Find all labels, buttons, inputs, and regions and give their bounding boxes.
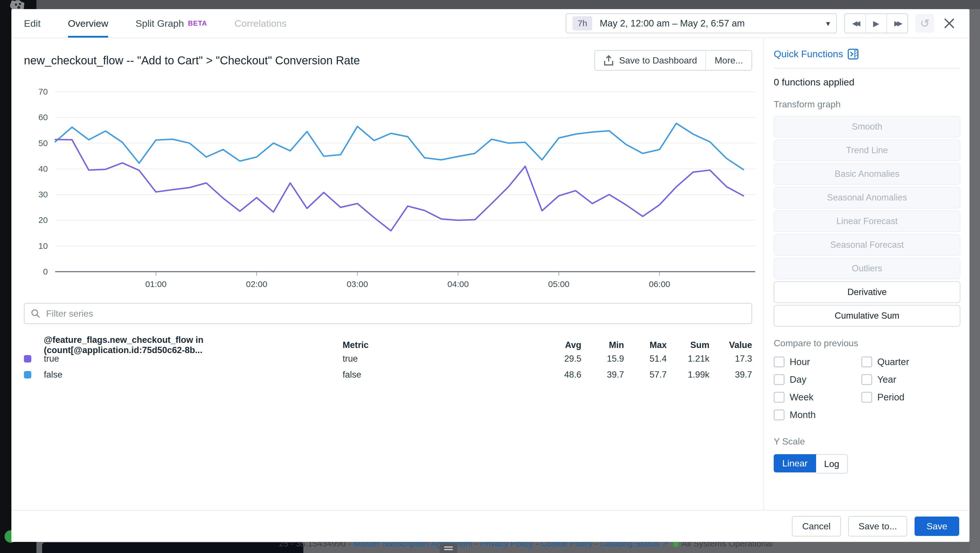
col-header-avg: Avg <box>539 340 581 350</box>
series-metric: true <box>343 354 539 364</box>
graph-title: new_checkout_flow -- "Add to Cart" > "Ch… <box>24 54 360 67</box>
svg-text:04:00: 04:00 <box>447 279 469 289</box>
checkbox-hour[interactable]: Hour <box>774 357 861 367</box>
backdrop-top-strip <box>37 0 980 9</box>
divider <box>774 68 960 69</box>
y-scale-linear[interactable]: Linear <box>774 454 816 472</box>
stat-max: 51.4 <box>624 354 667 364</box>
checkbox-icon <box>861 374 872 385</box>
stat-value: 17.3 <box>710 354 752 364</box>
stat-min: 39.7 <box>581 370 624 380</box>
refresh-button[interactable]: ↺ <box>915 14 934 33</box>
all-systems-dot <box>673 541 679 547</box>
col-header-metric: Metric <box>343 340 539 350</box>
checkbox-icon <box>861 392 872 403</box>
time-range-text: May 2, 12:00 am – May 2, 6:57 am <box>600 18 819 29</box>
basic-anomalies-button: Basic Anomalies <box>774 163 960 185</box>
more-button[interactable]: More... <box>705 51 751 70</box>
time-range-chip: 7h <box>573 16 592 30</box>
tab-bar: Edit Overview Split GraphBETA Correlatio… <box>24 9 286 38</box>
svg-text:40: 40 <box>38 164 48 174</box>
save-button[interactable]: Save <box>915 516 959 536</box>
open-panel-icon <box>848 49 859 59</box>
shift-forward-button[interactable]: ▶▶ <box>887 14 907 33</box>
compare-to-previous-label: Compare to previous <box>774 338 960 349</box>
filter-series-box[interactable] <box>24 303 752 324</box>
checkbox-quarter[interactable]: Quarter <box>861 357 960 367</box>
checkbox-period[interactable]: Period <box>861 392 960 403</box>
modal-footer: Cancel Save to... Save <box>11 510 969 542</box>
checkbox-icon <box>774 410 784 420</box>
seasonal-anomalies-button: Seasonal Anomalies <box>774 187 960 209</box>
y-scale-log[interactable]: Log <box>816 454 848 473</box>
series-table: @feature_flags.new_checkout_flow in (cou… <box>24 335 752 383</box>
shift-back-button[interactable]: ◀◀ <box>845 14 866 33</box>
play-button[interactable]: ▶ <box>866 14 887 33</box>
tab-overview[interactable]: Overview <box>68 9 108 38</box>
series-name: false <box>44 370 343 380</box>
col-header-min: Min <box>581 340 624 350</box>
svg-text:03:00: 03:00 <box>347 279 368 289</box>
checkbox-week[interactable]: Week <box>774 392 861 403</box>
tab-split-graph[interactable]: Split GraphBETA <box>135 9 207 38</box>
series-color-swatch-true <box>24 355 31 362</box>
cancel-button[interactable]: Cancel <box>792 516 841 537</box>
cumulative-sum-button[interactable]: Cumulative Sum <box>774 305 960 327</box>
save-to-button[interactable]: Save to... <box>848 516 907 537</box>
close-button[interactable] <box>942 16 957 31</box>
tab-correlations[interactable]: Correlations <box>234 9 286 38</box>
trend-line-button: Trend Line <box>774 140 960 161</box>
stat-avg: 48.6 <box>539 370 581 380</box>
outliers-button: Outliers <box>774 258 960 279</box>
upload-icon <box>603 55 614 66</box>
filter-series-input[interactable] <box>46 308 745 319</box>
stat-min: 15.9 <box>581 354 624 364</box>
tab-edit[interactable]: Edit <box>24 9 41 38</box>
checkbox-year[interactable]: Year <box>861 374 960 385</box>
svg-text:60: 60 <box>38 113 48 122</box>
smooth-button: Smooth <box>774 116 960 137</box>
checkbox-icon <box>774 374 784 385</box>
checkbox-icon <box>774 357 784 367</box>
stat-avg: 29.5 <box>539 354 581 364</box>
stat-max: 57.7 <box>624 370 667 380</box>
series-color-swatch-false <box>24 371 31 378</box>
beta-badge: BETA <box>188 19 207 27</box>
col-header-sum: Sum <box>667 340 710 350</box>
close-icon <box>943 17 956 30</box>
timeseries-chart[interactable]: 01020304050607001:0002:0003:0004:0005:00… <box>24 84 752 295</box>
svg-text:30: 30 <box>38 190 48 199</box>
stat-sum: 1.99k <box>667 370 710 380</box>
cookie-preferences-tab[interactable] <box>440 543 457 553</box>
svg-text:20: 20 <box>38 215 48 225</box>
col-header-query: @feature_flags.new_checkout_flow in (cou… <box>44 335 343 355</box>
derivative-button[interactable]: Derivative <box>774 281 960 303</box>
svg-text:02:00: 02:00 <box>246 279 267 289</box>
svg-text:01:00: 01:00 <box>145 279 167 289</box>
table-row[interactable]: false false 48.6 39.7 57.7 1.99k 39.7 <box>24 367 752 383</box>
chevron-down-icon: ▾ <box>826 19 830 28</box>
quick-functions-link[interactable]: Quick Functions <box>774 48 960 59</box>
y-scale-label: Y Scale <box>774 436 960 447</box>
checkbox-day[interactable]: Day <box>774 374 861 385</box>
save-to-dashboard-group: Save to Dashboard More... <box>595 50 752 71</box>
functions-applied-text: 0 functions applied <box>774 76 960 88</box>
rewind-icon: ◀◀ <box>852 19 858 27</box>
svg-text:10: 10 <box>38 241 48 250</box>
backdrop-right-strip <box>969 9 980 553</box>
save-to-dashboard-button[interactable]: Save to Dashboard <box>595 51 705 70</box>
col-header-max: Max <box>624 340 667 350</box>
checkbox-month[interactable]: Month <box>774 410 861 420</box>
time-controls: 7h May 2, 12:00 am – May 2, 6:57 am ▾ ◀◀… <box>566 9 957 38</box>
time-range-dropdown[interactable]: 7h May 2, 12:00 am – May 2, 6:57 am ▾ <box>566 13 837 33</box>
svg-text:70: 70 <box>38 87 48 96</box>
series-metric: false <box>343 370 539 380</box>
svg-text:05:00: 05:00 <box>548 279 570 289</box>
fast-forward-icon: ▶▶ <box>894 19 900 27</box>
series-name: true <box>44 354 343 364</box>
play-icon: ▶ <box>873 19 879 28</box>
seasonal-forecast-button: Seasonal Forecast <box>774 234 960 256</box>
svg-text:06:00: 06:00 <box>649 279 670 289</box>
compare-options: Hour Quarter Day Year Week Period Month <box>774 357 960 420</box>
main-content: new_checkout_flow -- "Add to Cart" > "Ch… <box>11 38 764 510</box>
